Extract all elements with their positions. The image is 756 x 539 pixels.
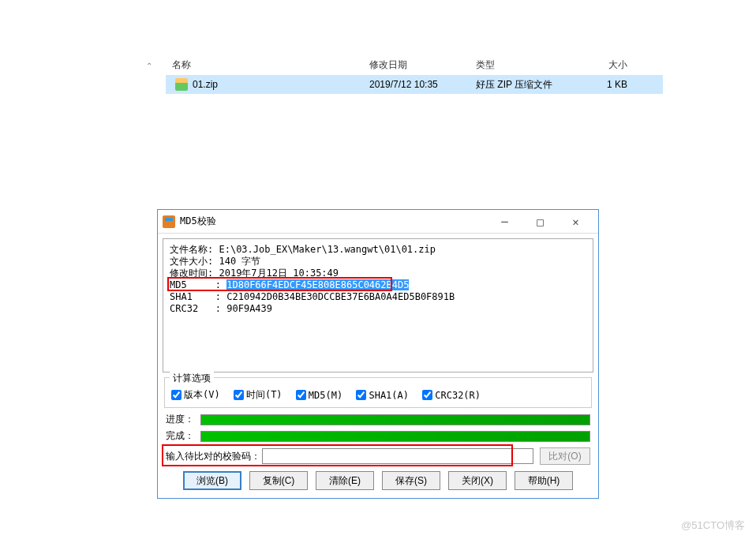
complete-label: 完成： [166,429,200,443]
mtime-label: 修改时间: [170,268,219,279]
file-list-header: 名称 修改日期 类型 大小 [166,55,663,75]
file-name: 01.zip [193,79,218,90]
checkbox-md5[interactable]: MD5(M) [296,390,342,401]
col-size-header[interactable]: 大小 [586,58,634,72]
file-row[interactable]: 01.zip 2019/7/12 10:35 好压 ZIP 压缩文件 1 KB [166,75,663,94]
file-type: 好压 ZIP 压缩文件 [476,78,586,92]
col-date-header[interactable]: 修改日期 [369,58,476,72]
col-name-header[interactable]: 名称 [166,58,369,72]
maximize-button[interactable]: □ [522,211,558,233]
checkbox-version[interactable]: 版本(V) [171,388,220,402]
up-caret-icon: ⌃ [146,62,152,70]
file-date: 2019/7/12 10:35 [369,79,476,90]
sha1-value: C210942D0B34BE30DCCBE37E6BA0A4ED5B0F891B [226,291,455,302]
dialog-title: MD5校验 [180,215,487,228]
browse-button[interactable]: 浏览(B) [183,471,241,490]
hash-output-panel[interactable]: 文件名称: E:\03.Job_EX\Maker\13.wangwt\01\01… [163,238,593,372]
filesize-value: 140 字节 [219,256,260,267]
close-button[interactable]: 关闭(X) [448,471,507,490]
watermark: @51CTO博客 [681,518,745,533]
md5-dialog: MD5校验 ─ □ ✕ 文件名称: E:\03.Job_EX\Maker\13.… [157,209,599,499]
compare-label: 输入待比对的校验码： [166,450,260,463]
progress-bar [200,414,590,425]
button-row: 浏览(B) 复制(C) 清除(E) 保存(S) 关闭(X) 帮助(H) [166,471,590,490]
checkbox-crc32[interactable]: CRC32(R) [422,390,481,401]
progress-area: 进度： 完成： [166,413,590,443]
progress-label: 进度： [166,413,200,426]
compare-button[interactable]: 比对(O) [540,447,590,465]
filename-value: E:\03.Job_EX\Maker\13.wangwt\01\01.zip [219,244,436,255]
mtime-value: 2019年7月12日 10:35:49 [219,268,339,279]
minimize-button[interactable]: ─ [487,211,522,233]
file-size: 1 KB [586,79,634,90]
checkbox-sha1[interactable]: SHA1(A) [356,390,409,401]
clear-button[interactable]: 清除(E) [316,471,374,490]
crc32-value: 90F9A439 [226,303,272,314]
titlebar[interactable]: MD5校验 ─ □ ✕ [158,210,598,234]
md5-label: MD5 : [170,279,226,290]
save-button[interactable]: 保存(S) [382,471,440,490]
zip-file-icon [175,78,188,91]
options-group: 计算选项 版本(V) 时间(T) MD5(M) SHA1(A) CRC32(R) [164,377,592,408]
copy-button[interactable]: 复制(C) [249,471,308,490]
app-icon [163,215,175,228]
crc32-label: CRC32 : [170,303,226,314]
sha1-label: SHA1 : [170,291,226,302]
options-title: 计算选项 [170,372,214,385]
filesize-label: 文件大小: [170,256,219,267]
checkbox-time[interactable]: 时间(T) [234,388,283,402]
md5-value[interactable]: 1D80F66F4EDCF45E808E865C0462B4D5 [226,279,409,290]
compare-input[interactable] [262,448,533,464]
compare-row: 输入待比对的校验码： 比对(O) [166,447,590,465]
filename-label: 文件名称: [170,244,219,255]
close-window-button[interactable]: ✕ [558,211,593,233]
file-list: 名称 修改日期 类型 大小 01.zip 2019/7/12 10:35 好压 … [166,55,663,94]
col-type-header[interactable]: 类型 [476,58,586,72]
complete-bar [200,431,590,442]
help-button[interactable]: 帮助(H) [515,471,573,490]
